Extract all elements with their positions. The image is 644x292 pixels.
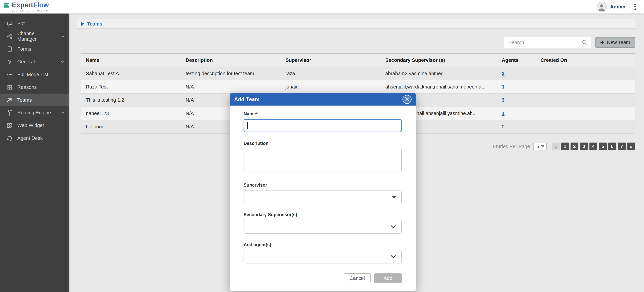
agents-count-link[interactable]: 1 — [502, 110, 504, 116]
supervisor-select[interactable] — [244, 190, 402, 204]
cell-name: nabeel123 — [80, 107, 180, 120]
page-button-2[interactable]: 2 — [570, 142, 578, 150]
page-button-6[interactable]: 6 — [608, 142, 616, 150]
brand-name: ExpertFlow — [12, 2, 49, 8]
user-avatar — [596, 2, 607, 12]
cancel-button[interactable]: Cancel — [344, 274, 370, 283]
cell-created-on — [535, 80, 635, 94]
modal-header: Add Team — [230, 93, 416, 106]
team-name-input[interactable] — [244, 119, 402, 132]
column-header-supervisor: Supervisor — [280, 54, 380, 67]
sidebar-item-label: Forms — [17, 46, 31, 52]
cell-agents: 1 — [496, 80, 535, 94]
chevron-down-icon — [60, 60, 65, 64]
page-button-5[interactable]: 5 — [599, 142, 607, 150]
top-header-bar: ExpertFlow your callcenter experts Admin — [0, 0, 644, 14]
prev-page-button[interactable]: « — [552, 142, 560, 150]
cell-description: N/A — [180, 80, 280, 94]
sidebar-item-label: Routing Engine — [17, 110, 51, 116]
sidebar-item-reasons[interactable]: Reasons — [0, 81, 70, 94]
agents-count-link[interactable]: 3 — [502, 71, 504, 76]
sidebar-item-general[interactable]: General — [0, 56, 70, 68]
breadcrumb-teams-link[interactable]: Teams — [87, 21, 102, 27]
table-header-row: Name Description Supervisor Secondary Su… — [80, 54, 635, 67]
channel-manager-icon — [6, 33, 13, 39]
modal-close-button[interactable] — [402, 95, 412, 104]
cell-created-on — [535, 67, 635, 80]
page-button-7[interactable]: 7 — [618, 142, 626, 150]
forms-icon — [6, 46, 13, 52]
search-input[interactable] — [504, 37, 591, 48]
per-page-select[interactable]: 5 — [533, 143, 547, 150]
pull-mode-list-icon — [6, 72, 13, 78]
cell-name: This is testing 1.2 — [80, 94, 180, 107]
sidebar-item-label: Bot — [17, 21, 25, 26]
name-field-label: Name* — [244, 111, 402, 117]
cell-created-on — [535, 107, 635, 120]
sidebar-item-channel-manager[interactable]: Channel Manager — [0, 30, 70, 43]
sidebar-nav: Bot Channel Manager Forms General Pull M… — [0, 14, 70, 292]
column-header-agents: Agents — [496, 54, 535, 67]
cell-created-on — [535, 94, 635, 107]
page-button-3[interactable]: 3 — [580, 142, 588, 150]
web-widget-icon — [6, 122, 13, 128]
column-header-secondary-supervisor: Secondary Supervisor (s) — [380, 54, 496, 67]
sidebar-item-bot[interactable]: Bot — [0, 17, 70, 30]
sidebar-item-web-widget[interactable]: Web Widget — [0, 119, 70, 132]
chevron-down-icon — [60, 34, 65, 39]
sidebar-item-label: Web Widget — [17, 122, 44, 128]
sidebar-item-forms[interactable]: Forms — [0, 43, 70, 56]
table-row: Raza Test N/A junaid ahsenjalil,warda.kh… — [80, 80, 635, 94]
agents-count-link[interactable]: 1 — [502, 84, 504, 90]
description-field-label: Description — [244, 141, 402, 146]
sidebar-item-routing-engine[interactable]: Routing Engine — [0, 106, 70, 119]
next-page-button[interactable]: » — [627, 142, 635, 150]
cell-supervisor: raza — [280, 67, 380, 80]
modal-body: Name* Description Supervisor Secondary S… — [230, 106, 416, 264]
column-header-name: Name — [80, 54, 180, 67]
teams-icon — [6, 97, 13, 103]
modal-footer: Cancel Add — [230, 264, 416, 290]
sidebar-item-label: Agent Desk — [17, 136, 43, 141]
agent-desk-icon — [6, 135, 13, 141]
cell-name: helloooo — [80, 120, 180, 134]
sidebar-item-teams[interactable]: Teams — [0, 94, 70, 106]
user-menu[interactable]: Admin — [596, 2, 626, 12]
new-team-button[interactable]: New Team — [595, 37, 635, 48]
agents-count-value: 0 — [502, 124, 504, 129]
page-button-4[interactable]: 4 — [590, 142, 597, 150]
chevron-down-icon — [60, 110, 65, 115]
brand-bars-icon — [3, 2, 11, 8]
sidebar-item-agent-desk[interactable]: Agent Desk — [0, 132, 70, 144]
chevron-down-icon — [391, 225, 396, 228]
sidebar-item-label: Teams — [17, 97, 32, 103]
chevron-down-icon — [541, 146, 544, 148]
page-button-1[interactable]: 1 — [561, 142, 569, 150]
triangle-right-icon — [82, 22, 84, 26]
search-icon — [582, 39, 588, 47]
column-header-created-on: Created On — [535, 54, 635, 67]
table-row: Sabahat Test A testing description for t… — [80, 67, 635, 80]
toolbar: New Team — [70, 37, 635, 48]
add-button[interactable]: Add — [374, 274, 402, 283]
cell-description: testing description for test team — [180, 67, 280, 80]
add-agents-select[interactable] — [244, 250, 402, 264]
modal-title: Add Team — [234, 96, 260, 102]
kebab-menu-icon[interactable] — [632, 2, 638, 12]
reasons-icon — [6, 84, 13, 90]
agents-count-link[interactable]: 3 — [502, 97, 504, 103]
column-header-description: Description — [180, 54, 280, 67]
entries-per-page-label: Entries Per Page — [493, 144, 530, 149]
chevron-down-icon — [391, 255, 396, 258]
routing-engine-icon — [6, 110, 13, 116]
cell-supervisor: junaid — [280, 80, 380, 94]
cell-created-on — [535, 120, 635, 134]
cell-secondary-supervisors: abraham2,yasmine.ahmed — [380, 67, 496, 80]
team-description-textarea[interactable] — [244, 148, 402, 172]
add-team-modal: Add Team Name* Description Supervisor — [230, 93, 416, 291]
cell-agents: 0 — [496, 120, 535, 134]
sidebar-item-pull-mode-list[interactable]: Pull Mode List — [0, 68, 70, 81]
cell-secondary-supervisors: ahsenjalil,warda.khan,rohail,sana,mobeen… — [380, 80, 496, 94]
cell-name: Sabahat Test A — [80, 67, 180, 80]
secondary-supervisor-select[interactable] — [244, 220, 402, 234]
